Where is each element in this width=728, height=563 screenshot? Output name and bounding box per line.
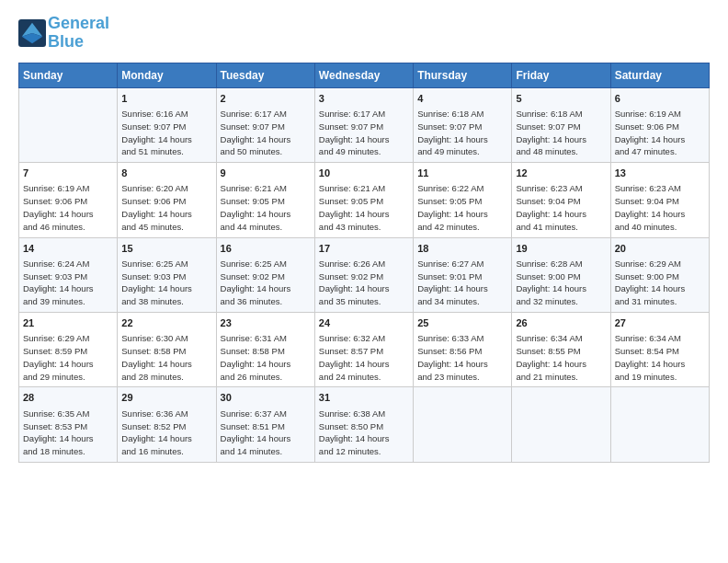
calendar-cell [610,387,709,462]
day-info: Sunrise: 6:17 AMSunset: 9:07 PMDaylight:… [319,108,409,158]
calendar-cell: 6Sunrise: 6:19 AMSunset: 9:06 PMDaylight… [610,87,709,162]
calendar-cell: 31Sunrise: 6:38 AMSunset: 8:50 PMDayligh… [314,387,413,462]
day-number: 10 [319,167,409,180]
weekday-header-row: SundayMondayTuesdayWednesdayThursdayFrid… [19,63,710,87]
day-info: Sunrise: 6:27 AMSunset: 9:01 PMDaylight:… [417,258,507,308]
day-info: Sunrise: 6:23 AMSunset: 9:04 PMDaylight:… [516,182,606,233]
day-info: Sunrise: 6:21 AMSunset: 9:05 PMDaylight:… [319,182,409,233]
logo-text: GeneralBlue [48,15,109,52]
day-number: 14 [23,242,113,256]
day-number: 24 [319,316,409,330]
calendar-cell: 8Sunrise: 6:20 AMSunset: 9:06 PMDaylight… [118,163,216,237]
calendar-week-row: 21Sunrise: 6:29 AMSunset: 8:59 PMDayligh… [19,312,710,386]
day-info: Sunrise: 6:20 AMSunset: 9:06 PMDaylight:… [121,182,211,233]
calendar-cell: 24Sunrise: 6:32 AMSunset: 8:57 PMDayligh… [314,312,413,386]
day-info: Sunrise: 6:34 AMSunset: 8:54 PMDaylight:… [615,332,705,383]
weekday-header-cell: Monday [118,63,216,87]
day-number: 22 [121,316,211,330]
day-info: Sunrise: 6:25 AMSunset: 9:03 PMDaylight:… [121,258,211,308]
day-info: Sunrise: 6:22 AMSunset: 9:05 PMDaylight:… [417,182,507,233]
calendar-cell: 19Sunrise: 6:28 AMSunset: 9:00 PMDayligh… [512,237,610,312]
weekday-header-cell: Saturday [610,63,709,87]
weekday-header-cell: Thursday [414,63,512,87]
day-number: 21 [23,316,113,330]
day-number: 4 [417,92,507,106]
calendar-week-row: 1Sunrise: 6:16 AMSunset: 9:07 PMDaylight… [19,87,710,162]
weekday-header-cell: Wednesday [314,63,413,87]
day-info: Sunrise: 6:19 AMSunset: 9:06 PMDaylight:… [615,108,705,158]
calendar-cell: 2Sunrise: 6:17 AMSunset: 9:07 PMDaylight… [216,87,314,162]
day-info: Sunrise: 6:21 AMSunset: 9:05 PMDaylight:… [221,182,311,233]
weekday-header-cell: Tuesday [216,63,314,87]
calendar-cell: 13Sunrise: 6:23 AMSunset: 9:04 PMDayligh… [610,163,709,237]
calendar-cell [414,387,512,462]
calendar-cell [512,387,610,462]
day-number: 1 [121,92,211,106]
day-number: 2 [221,92,311,106]
calendar-cell [19,87,118,162]
day-number: 7 [23,167,113,180]
calendar-cell: 9Sunrise: 6:21 AMSunset: 9:05 PMDaylight… [216,163,314,237]
day-info: Sunrise: 6:35 AMSunset: 8:53 PMDaylight:… [23,408,113,458]
day-number: 15 [121,242,211,256]
day-number: 27 [615,316,705,330]
day-number: 6 [615,92,705,106]
day-number: 23 [221,316,311,330]
calendar-week-row: 14Sunrise: 6:24 AMSunset: 9:03 PMDayligh… [19,237,710,312]
day-info: Sunrise: 6:16 AMSunset: 9:07 PMDaylight:… [121,108,211,158]
day-info: Sunrise: 6:32 AMSunset: 8:57 PMDaylight:… [319,332,409,383]
calendar-cell: 14Sunrise: 6:24 AMSunset: 9:03 PMDayligh… [19,237,118,312]
calendar-cell: 15Sunrise: 6:25 AMSunset: 9:03 PMDayligh… [118,237,216,312]
day-info: Sunrise: 6:37 AMSunset: 8:51 PMDaylight:… [221,408,311,458]
day-number: 11 [417,167,507,180]
day-info: Sunrise: 6:24 AMSunset: 9:03 PMDaylight:… [23,258,113,308]
day-number: 3 [319,92,409,106]
day-number: 17 [319,242,409,256]
day-info: Sunrise: 6:34 AMSunset: 8:55 PMDaylight:… [516,332,606,383]
day-number: 28 [23,391,113,405]
calendar-cell: 29Sunrise: 6:36 AMSunset: 8:52 PMDayligh… [118,387,216,462]
weekday-header-cell: Sunday [19,63,118,87]
calendar-cell: 18Sunrise: 6:27 AMSunset: 9:01 PMDayligh… [414,237,512,312]
day-number: 19 [516,242,606,256]
calendar-cell: 4Sunrise: 6:18 AMSunset: 9:07 PMDaylight… [414,87,512,162]
weekday-header-cell: Friday [512,63,610,87]
calendar-cell: 30Sunrise: 6:37 AMSunset: 8:51 PMDayligh… [216,387,314,462]
calendar-cell: 17Sunrise: 6:26 AMSunset: 9:02 PMDayligh… [314,237,413,312]
day-number: 26 [516,316,606,330]
day-info: Sunrise: 6:31 AMSunset: 8:58 PMDaylight:… [221,332,311,383]
calendar-cell: 25Sunrise: 6:33 AMSunset: 8:56 PMDayligh… [414,312,512,386]
calendar-cell: 21Sunrise: 6:29 AMSunset: 8:59 PMDayligh… [19,312,118,386]
day-info: Sunrise: 6:33 AMSunset: 8:56 PMDaylight:… [417,332,507,383]
day-number: 25 [417,316,507,330]
calendar-cell: 22Sunrise: 6:30 AMSunset: 8:58 PMDayligh… [118,312,216,386]
day-number: 9 [221,167,311,180]
day-number: 5 [516,92,606,106]
calendar-cell: 20Sunrise: 6:29 AMSunset: 9:00 PMDayligh… [610,237,709,312]
day-info: Sunrise: 6:26 AMSunset: 9:02 PMDaylight:… [319,258,409,308]
calendar-cell: 16Sunrise: 6:25 AMSunset: 9:02 PMDayligh… [216,237,314,312]
day-info: Sunrise: 6:38 AMSunset: 8:50 PMDaylight:… [319,408,409,458]
day-info: Sunrise: 6:30 AMSunset: 8:58 PMDaylight:… [121,332,211,383]
calendar-cell: 10Sunrise: 6:21 AMSunset: 9:05 PMDayligh… [314,163,413,237]
calendar-cell: 27Sunrise: 6:34 AMSunset: 8:54 PMDayligh… [610,312,709,386]
calendar-cell: 12Sunrise: 6:23 AMSunset: 9:04 PMDayligh… [512,163,610,237]
day-number: 20 [615,242,705,256]
calendar-cell: 1Sunrise: 6:16 AMSunset: 9:07 PMDaylight… [118,87,216,162]
calendar-cell: 7Sunrise: 6:19 AMSunset: 9:06 PMDaylight… [19,163,118,237]
calendar-body: 1Sunrise: 6:16 AMSunset: 9:07 PMDaylight… [19,87,710,462]
logo: GeneralBlue [18,15,109,52]
day-info: Sunrise: 6:29 AMSunset: 9:00 PMDaylight:… [615,258,705,308]
day-info: Sunrise: 6:29 AMSunset: 8:59 PMDaylight:… [23,332,113,383]
day-info: Sunrise: 6:25 AMSunset: 9:02 PMDaylight:… [221,258,311,308]
logo-icon [18,19,46,47]
day-info: Sunrise: 6:28 AMSunset: 9:00 PMDaylight:… [516,258,606,308]
calendar-cell: 3Sunrise: 6:17 AMSunset: 9:07 PMDaylight… [314,87,413,162]
day-number: 29 [121,391,211,405]
day-info: Sunrise: 6:19 AMSunset: 9:06 PMDaylight:… [23,182,113,233]
day-number: 18 [417,242,507,256]
day-number: 30 [221,391,311,405]
day-info: Sunrise: 6:18 AMSunset: 9:07 PMDaylight:… [417,108,507,158]
day-number: 13 [615,167,705,180]
page-header: GeneralBlue [18,15,710,52]
